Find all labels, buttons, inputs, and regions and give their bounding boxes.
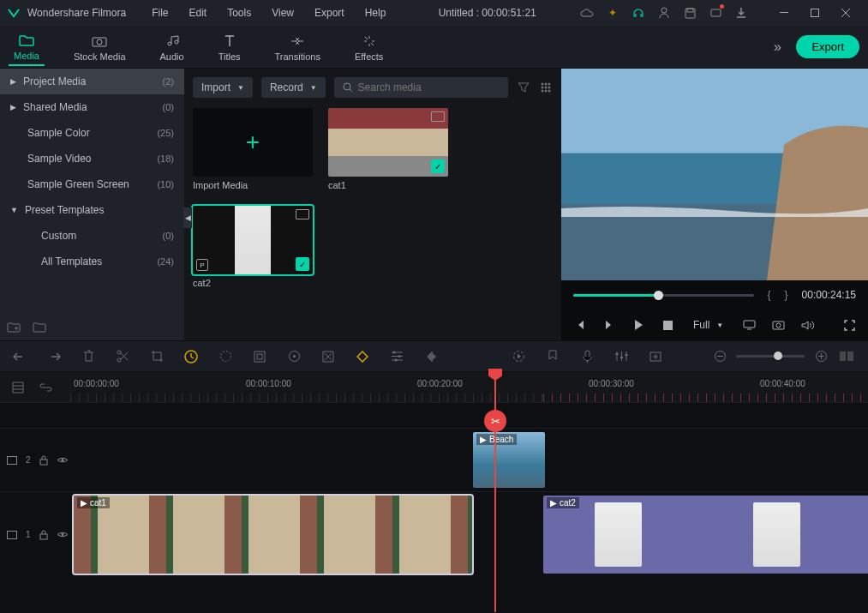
scrub-handle[interactable] [654, 291, 663, 300]
cloud-icon[interactable] [580, 6, 594, 20]
clip-cat1[interactable]: ▶cat1 [74, 496, 472, 574]
tab-audio[interactable]: Audio [155, 29, 189, 65]
snapshot-icon[interactable] [771, 318, 785, 332]
sidebar-item-all-templates[interactable]: All Templates (24) [0, 249, 184, 274]
motion-tracking-icon[interactable] [286, 349, 302, 364]
fullscreen-icon[interactable] [842, 318, 856, 332]
grid-view-icon[interactable] [539, 81, 553, 94]
zoom-in-icon[interactable] [813, 349, 829, 364]
menu-file[interactable]: File [143, 3, 177, 22]
zoom-out-icon[interactable] [712, 349, 727, 364]
marker-in-icon[interactable]: { [768, 289, 771, 301]
sidebar-item-project-media[interactable]: ▶ Project Media (2) [0, 69, 184, 94]
playhead[interactable]: ✂ [494, 372, 496, 612]
tab-transitions[interactable]: Transitions [270, 29, 326, 65]
adjust-icon[interactable] [389, 349, 404, 364]
zoom-handle[interactable] [774, 352, 782, 360]
folder-icon[interactable] [33, 320, 46, 334]
volume-icon[interactable] [800, 318, 814, 332]
minimize-button[interactable] [769, 0, 799, 26]
split-icon[interactable] [115, 349, 130, 364]
track-body[interactable]: ▶Beach [70, 429, 868, 491]
search-input[interactable] [358, 81, 500, 93]
quality-dropdown[interactable]: Full ▼ [690, 317, 727, 333]
media-item-cat2[interactable]: P ✓ cat2 [193, 206, 313, 288]
next-frame-icon[interactable] [602, 318, 616, 332]
search-input-wrap[interactable] [334, 77, 508, 98]
menu-edit[interactable]: Edit [181, 3, 216, 22]
zoom-fit-icon[interactable] [837, 349, 856, 364]
display-icon[interactable] [742, 318, 756, 332]
track-options-icon[interactable] [10, 380, 26, 395]
sidebar-item-sample-color[interactable]: Sample Color (25) [0, 120, 184, 146]
eye-icon[interactable] [57, 531, 69, 538]
import-media-tile[interactable]: + Import Media [193, 108, 313, 190]
more-tabs-icon[interactable]: » [770, 40, 784, 54]
voiceover-icon[interactable] [579, 349, 595, 364]
green-screen-icon[interactable] [252, 349, 267, 364]
media-item-cat1[interactable]: ✓ cat1 [328, 108, 448, 190]
sidebar-item-sample-green-screen[interactable]: Sample Green Screen (10) [0, 171, 184, 197]
audio-ducking-icon[interactable] [423, 349, 439, 364]
record-dropdown[interactable]: Record ▼ [261, 77, 326, 98]
color-icon[interactable] [218, 349, 233, 364]
playhead-head-icon[interactable] [488, 369, 502, 381]
clip-cat2[interactable]: ▶cat2 [543, 496, 868, 574]
mixer-icon[interactable] [614, 349, 629, 364]
maximize-button[interactable] [799, 0, 830, 26]
link-icon[interactable] [38, 380, 53, 395]
import-dropdown[interactable]: Import ▼ [193, 77, 253, 98]
new-folder-icon[interactable] [7, 320, 21, 334]
marker-icon[interactable] [545, 349, 560, 364]
close-button[interactable] [830, 0, 861, 26]
mask-icon[interactable] [320, 349, 336, 364]
stop-icon[interactable] [661, 318, 674, 332]
sidebar-item-preset-templates[interactable]: ▼ Preset Templates [0, 197, 184, 223]
scrub-track[interactable] [573, 294, 754, 297]
undo-icon[interactable] [12, 349, 27, 364]
user-icon[interactable] [657, 6, 671, 20]
ruler-track[interactable]: 00:00:00:00 00:00:10:00 00:00:20:00 00:0… [70, 372, 868, 402]
headset-icon[interactable] [632, 6, 645, 20]
redo-icon[interactable] [46, 349, 62, 364]
keyframe-icon[interactable] [355, 349, 370, 364]
menu-view[interactable]: View [263, 3, 302, 22]
save-icon[interactable] [683, 6, 697, 20]
zoom-slider[interactable] [736, 355, 805, 358]
render-preview-icon[interactable] [511, 349, 526, 364]
track-body[interactable] [70, 403, 868, 428]
track-body[interactable]: ▶cat1 ▶cat2 [70, 492, 868, 577]
crop-icon[interactable] [149, 349, 165, 364]
lightbulb-icon[interactable]: ✦ [606, 6, 620, 20]
marker-out-icon[interactable]: } [785, 289, 788, 301]
sidebar-item-custom[interactable]: Custom (0) [0, 223, 184, 249]
tab-stock-media[interactable]: Stock Media [69, 29, 131, 65]
sidebar-item-shared-media[interactable]: ▶ Shared Media (0) [0, 94, 184, 120]
sidebar-item-sample-video[interactable]: Sample Video (18) [0, 146, 184, 171]
eye-icon[interactable] [57, 456, 69, 464]
menu-help[interactable]: Help [356, 3, 395, 22]
tab-media[interactable]: Media [9, 28, 45, 66]
menu-export[interactable]: Export [306, 3, 353, 22]
panel-collapse-toggle[interactable]: ◀ [183, 207, 192, 228]
speed-icon[interactable] [183, 349, 199, 364]
tab-titles[interactable]: Titles [213, 29, 246, 65]
lock-icon[interactable] [39, 455, 48, 466]
playhead-split-button[interactable]: ✂ [484, 410, 506, 432]
filter-icon[interactable] [517, 81, 530, 94]
download-icon[interactable] [734, 6, 748, 20]
tab-effects[interactable]: Effects [350, 29, 388, 65]
menu-tools[interactable]: Tools [218, 3, 260, 22]
delete-icon[interactable] [81, 349, 96, 364]
export-button[interactable]: Export [796, 35, 859, 58]
add-track-icon[interactable] [648, 349, 663, 364]
preview-video[interactable] [561, 69, 868, 280]
chevron-down-icon: ▼ [237, 84, 244, 92]
notification-icon-wrap[interactable] [709, 6, 722, 20]
app-title: Wondershare Filmora [27, 7, 126, 19]
tab-audio-label: Audio [160, 51, 184, 62]
lock-icon[interactable] [39, 530, 48, 540]
play-icon[interactable] [632, 318, 645, 332]
clip-beach[interactable]: ▶Beach [473, 432, 545, 488]
prev-frame-icon[interactable] [573, 318, 587, 332]
